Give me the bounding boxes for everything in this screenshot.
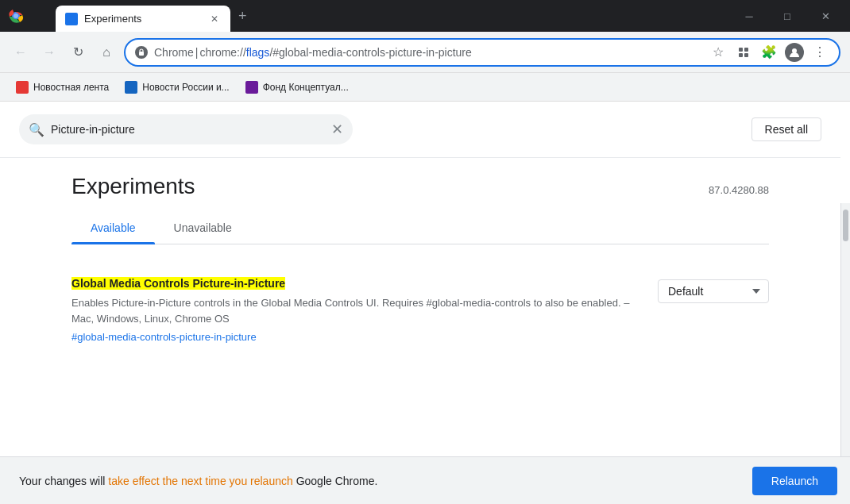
home-button[interactable]: ⌂ [95, 41, 118, 63]
back-icon: ← [14, 45, 27, 60]
svg-point-2 [14, 13, 18, 18]
bottom-bar: Your changes will take effect the next t… [0, 456, 850, 504]
scrollbar[interactable] [840, 203, 850, 456]
tab-area: Experiments ✕ + [0, 0, 731, 32]
chrome-menu-icon[interactable]: ⋮ [810, 43, 829, 62]
bottom-message: Your changes will take effect the next t… [19, 475, 746, 487]
address-right-icons: ☆ 🧩 ⋮ [709, 43, 829, 62]
search-area: 🔍 ✕ Reset all [0, 102, 840, 158]
page-title: Experiments [71, 174, 195, 199]
bookmark-item-1[interactable]: Новостная лента [10, 78, 115, 97]
tab-close-button[interactable]: ✕ [208, 13, 221, 25]
address-bar[interactable]: Chrome | chrome://flags/#global-media-co… [124, 38, 840, 67]
bottom-highlight-2: relaunch [250, 475, 293, 487]
search-clear-button[interactable]: ✕ [331, 121, 343, 138]
navigation-bar: ← → ↻ ⌂ Chrome | chrome://flags/#global-… [0, 32, 850, 73]
active-tab[interactable]: Experiments ✕ [56, 6, 230, 32]
tab-available[interactable]: Available [71, 212, 155, 244]
refresh-icon: ↻ [73, 44, 83, 60]
svg-rect-8 [744, 53, 748, 57]
address-url: chrome://flags/#global-media-controls-pi… [199, 46, 471, 59]
flag-info: Global Media Controls Picture-in-Picture… [71, 276, 639, 345]
search-input[interactable] [51, 123, 325, 136]
svg-rect-4 [139, 52, 144, 56]
reset-all-button[interactable]: Reset all [751, 117, 821, 141]
tabs-row: Available Unavailable [71, 212, 769, 244]
minimize-button[interactable]: ─ [731, 5, 767, 27]
experiments-header: Experiments 87.0.4280.88 [0, 158, 840, 199]
search-box: 🔍 ✕ [19, 114, 353, 144]
forward-button[interactable]: → [38, 41, 60, 63]
bookmark-star-icon[interactable]: ☆ [709, 43, 728, 62]
window-controls: ─ □ ✕ [731, 5, 850, 27]
flag-name: Global Media Controls Picture-in-Picture [71, 276, 639, 290]
flags-list: Global Media Controls Picture-in-Picture… [0, 244, 840, 377]
flag-anchor-link[interactable]: #global-media-controls-picture-in-pictur… [71, 329, 639, 345]
bottom-highlight-1: take effect the next time you [108, 475, 250, 487]
flag-description: Enables Picture-in-Picture controls in t… [71, 295, 639, 345]
svg-rect-6 [744, 48, 748, 52]
svg-rect-3 [67, 16, 76, 22]
site-security-icon [135, 46, 148, 59]
refresh-button[interactable]: ↻ [67, 41, 89, 63]
flag-control: Default Enabled Disabled [658, 279, 769, 303]
address-prefix: Chrome [154, 46, 194, 59]
relaunch-button[interactable]: Relaunch [752, 467, 837, 495]
tab-label: Experiments [84, 13, 202, 25]
bookmark-favicon-2 [125, 81, 137, 94]
search-icon: 🔍 [29, 122, 44, 137]
svg-rect-5 [739, 48, 743, 52]
profile-avatar[interactable] [785, 43, 804, 62]
bookmark-item-2[interactable]: Новости России и... [118, 78, 235, 97]
title-bar: Experiments ✕ + ─ □ ✕ [0, 0, 850, 32]
chrome-logo [6, 6, 25, 25]
page-content: 🔍 ✕ Reset all Experiments 87.0.4280.88 A… [0, 102, 850, 504]
version-text: 87.0.4280.88 [709, 184, 769, 196]
bookmark-item-3[interactable]: Фонд Концептуал... [239, 78, 355, 97]
bookmark-favicon-3 [245, 81, 258, 94]
flag-item: Global Media Controls Picture-in-Picture… [71, 264, 769, 358]
browser-extension-icon[interactable] [734, 43, 753, 62]
home-icon: ⌂ [102, 45, 110, 60]
bookmarks-bar: Новостная лента Новости России и... Фонд… [0, 73, 850, 102]
address-text: Chrome | chrome://flags/#global-media-co… [154, 46, 702, 59]
bookmark-label-1: Новостная лента [33, 82, 109, 93]
flag-dropdown[interactable]: Default Enabled Disabled [658, 279, 769, 303]
puzzle-icon[interactable]: 🧩 [759, 43, 779, 62]
tab-favicon [65, 13, 78, 25]
bookmark-favicon-1 [16, 81, 29, 94]
new-tab-button[interactable]: + [230, 8, 255, 25]
bookmark-label-3: Фонд Концептуал... [263, 82, 349, 93]
tabs-area: Available Unavailable [0, 212, 840, 244]
maximize-button[interactable]: □ [769, 5, 806, 27]
forward-icon: → [43, 45, 56, 60]
bookmark-label-2: Новости России и... [142, 82, 229, 93]
svg-rect-7 [739, 53, 743, 57]
tab-unavailable[interactable]: Unavailable [155, 212, 251, 244]
close-window-button[interactable]: ✕ [807, 5, 844, 27]
scrollbar-thumb[interactable] [843, 210, 848, 241]
back-button[interactable]: ← [10, 41, 32, 63]
